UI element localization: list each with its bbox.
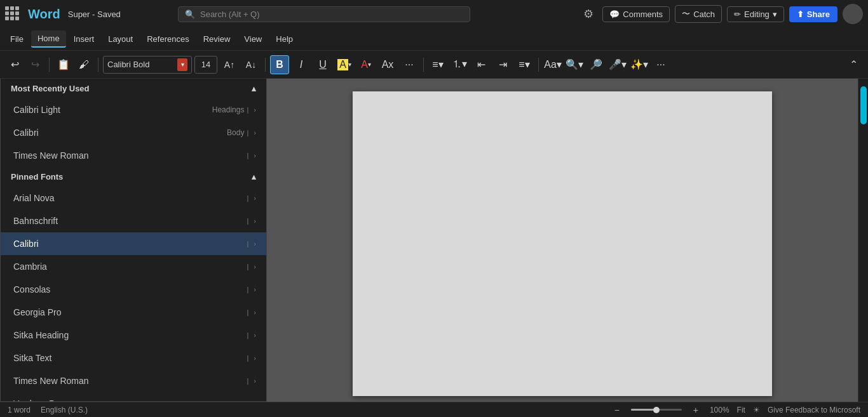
divider-icon-cl: | — [247, 106, 248, 114]
pinned-font-tnr: Times New Roman — [13, 376, 89, 386]
divider-pcal: | — [247, 240, 248, 248]
zoom-slider — [631, 409, 682, 411]
menu-file[interactable]: File — [4, 31, 30, 47]
overflow-button[interactable]: ··· — [651, 55, 670, 74]
mru-font-tag-calibri: Body — [227, 128, 244, 137]
pinned-item-calibri[interactable]: Calibri | › — [1, 232, 266, 255]
chevron-right-icon-c: › — [254, 129, 256, 136]
avatar[interactable] — [843, 4, 863, 24]
pinned-item-times-new-roman[interactable]: Times New Roman | › — [1, 369, 266, 392]
mru-section-header[interactable]: Most Recently Used ▴ — [1, 79, 266, 98]
scrollbar-thumb[interactable] — [860, 86, 867, 124]
divider-icon-c: | — [247, 129, 248, 136]
chevron-right-icon-cl: › — [254, 106, 256, 114]
pinned-item-georgia-pro[interactable]: Georgia Pro | › — [1, 301, 266, 324]
font-size-increase[interactable]: A↑ — [220, 55, 239, 74]
bold-button[interactable]: B — [270, 55, 289, 74]
divider-icon-tnr: | — [247, 152, 248, 159]
menu-view[interactable]: View — [238, 31, 268, 47]
pinned-item-sitka-heading[interactable]: Sitka Heading | › — [1, 324, 266, 347]
font-color-button[interactable]: A▾ — [356, 55, 376, 74]
menu-home[interactable]: Home — [31, 30, 66, 48]
pinned-item-consolas[interactable]: Consolas | › — [1, 278, 266, 301]
chevron-ptnr: › — [254, 377, 256, 385]
bullet-list-button[interactable]: ≡▾ — [428, 55, 447, 74]
more-format-button[interactable]: ··· — [400, 55, 419, 74]
wave-icon: 〜 — [682, 8, 690, 20]
pinned-label: Pinned Fonts — [11, 172, 63, 182]
comments-button[interactable]: 💬 Comments — [602, 6, 670, 22]
catch-button[interactable]: 〜 Catch — [675, 5, 722, 23]
chevron-highlight-icon: ▾ — [348, 61, 351, 68]
main-area: Most Recently Used ▴ Calibri Light Headi… — [0, 79, 868, 402]
document-area[interactable] — [267, 79, 858, 402]
mru-item-calibri[interactable]: Calibri Body | › — [1, 121, 266, 144]
zoom-track[interactable] — [631, 409, 682, 411]
redo-button[interactable]: ↪ — [25, 55, 44, 74]
pinned-collapse-icon[interactable]: ▴ — [252, 172, 256, 182]
underline-button[interactable]: U — [313, 55, 332, 74]
zoom-out-button[interactable]: − — [611, 404, 623, 416]
font-dropdown-panel: Most Recently Used ▴ Calibri Light Headi… — [0, 79, 267, 402]
clear-format-button[interactable]: Ax — [378, 55, 397, 74]
undo-button[interactable]: ↩ — [5, 55, 24, 74]
divider-an: | — [247, 194, 248, 202]
pinned-item-verdana-pro[interactable]: Verdana Pro | › — [1, 392, 266, 402]
numbered-list-button[interactable]: ⒈▾ — [450, 55, 469, 74]
indent-button[interactable]: ⇥ — [493, 55, 512, 74]
status-bar: 1 word English (U.S.) − + 100% Fit ☀ Giv… — [0, 402, 868, 417]
pinned-section-header[interactable]: Pinned Fonts ▴ — [1, 167, 266, 187]
styles-button[interactable]: Aа▾ — [543, 55, 562, 74]
font-dropdown-arrow[interactable]: ▾ — [177, 58, 187, 71]
menu-insert[interactable]: Insert — [67, 31, 101, 47]
pinned-item-cambria[interactable]: Cambria | › — [1, 255, 266, 278]
editing-button[interactable]: ✏ Editing ▾ — [727, 6, 784, 22]
mru-font-name-tnr: Times New Roman — [13, 150, 89, 161]
mru-font-name-calibri: Calibri — [13, 128, 39, 138]
mru-font-name-calibri-light: Calibri Light — [13, 105, 60, 115]
mru-item-calibri-light[interactable]: Calibri Light Headings | › — [1, 98, 266, 121]
italic-button[interactable]: I — [292, 55, 311, 74]
divider-geo: | — [247, 308, 248, 316]
designer-button[interactable]: ✨▾ — [630, 55, 649, 74]
collapse-toolbar-button[interactable]: ⌃ — [844, 55, 863, 74]
outdent-button[interactable]: ⇤ — [471, 55, 491, 74]
pencil-icon: ✏ — [734, 10, 741, 19]
divider-bahn: | — [247, 217, 248, 225]
pinned-item-arial-nova[interactable]: Arial Nova | › — [1, 187, 266, 209]
zoom-in-button[interactable]: + — [689, 404, 702, 416]
microphone-button[interactable]: 🎤▾ — [608, 55, 627, 74]
right-panel — [858, 79, 868, 402]
menu-references[interactable]: References — [140, 31, 195, 47]
share-button[interactable]: ⬆ Share — [789, 6, 837, 22]
fit-label: Fit — [737, 406, 745, 414]
menu-review[interactable]: Review — [197, 31, 237, 47]
zoom-thumb[interactable] — [653, 407, 660, 413]
font-size-input[interactable] — [194, 56, 217, 74]
mru-item-times-new-roman[interactable]: Times New Roman | › — [1, 144, 266, 167]
pinned-font-verdana-pro: Verdana Pro — [13, 399, 63, 402]
mru-font-tag-calibri-light: Headings — [212, 105, 245, 114]
find-button[interactable]: 🔍▾ — [565, 55, 584, 74]
pinned-font-bahnschrift: Bahnschrift — [13, 216, 58, 226]
clipboard-button[interactable]: 📋 — [54, 55, 73, 74]
font-size-decrease[interactable]: A↓ — [241, 55, 261, 74]
highlight-button[interactable]: A▾ — [335, 55, 354, 74]
menu-help[interactable]: Help — [269, 31, 299, 47]
waffle-icon[interactable] — [5, 6, 20, 22]
pinned-font-calibri: Calibri — [13, 239, 39, 249]
format-painter-button[interactable]: 🖌 — [74, 55, 93, 74]
mru-collapse-icon[interactable]: ▴ — [252, 84, 256, 93]
pinned-font-arial-nova: Arial Nova — [13, 193, 55, 203]
pinned-item-bahnschrift[interactable]: Bahnschrift | › — [1, 209, 266, 232]
settings-icon[interactable]: ⚙ — [580, 5, 597, 23]
smartlookup-button[interactable]: 🔎 — [587, 55, 606, 74]
search-bar[interactable]: 🔍 Search (Alt + Q) — [178, 6, 470, 22]
font-selector[interactable]: Calibri Bold ▾ — [103, 56, 192, 74]
zoom-fill — [631, 409, 656, 411]
undo-group: ↩ ↪ — [5, 55, 44, 74]
align-button[interactable]: ≡▾ — [515, 55, 534, 74]
menu-layout[interactable]: Layout — [102, 31, 139, 47]
chevron-right-icon-tnr: › — [254, 152, 256, 159]
pinned-item-sitka-text[interactable]: Sitka Text | › — [1, 347, 266, 369]
